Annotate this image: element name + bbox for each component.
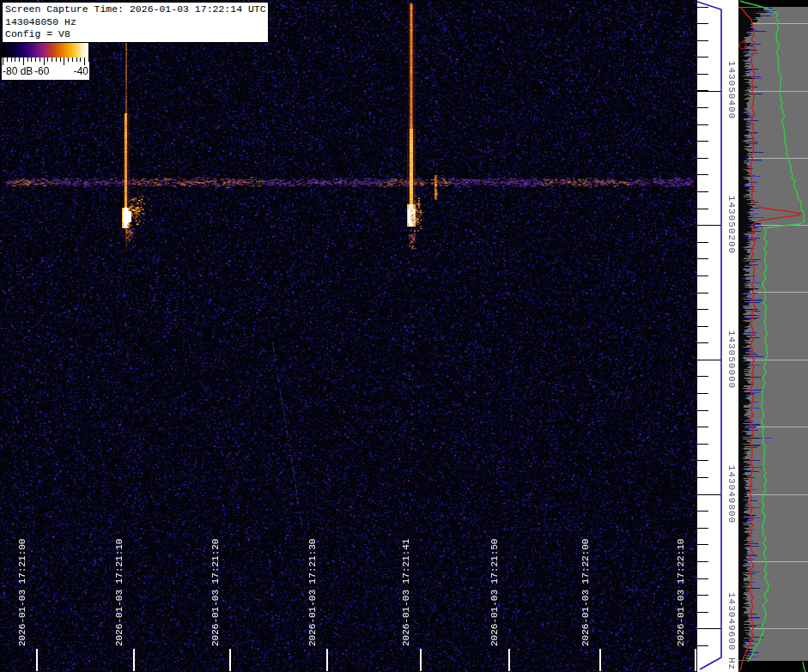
colorbar-label-mid: -60 [34,65,49,77]
center-frequency-text: 143048050 Hz [5,16,265,29]
colorbar-label-max: -40 [74,65,88,77]
spectrum-graph-panel [738,0,808,672]
colorbar-tick-marks [2,58,89,65]
capture-info-box: Screen Capture Time: 2026-01-03 17:22:14… [2,2,269,43]
colorbar-gradient [2,43,89,58]
config-text: Config = V8 [5,28,265,41]
colorbar-ruler: -80 dB -60 -40 [2,58,89,80]
colorbar: -80 dB -60 -40 [2,43,89,80]
colorbar-label-min: -80 dB [3,65,33,77]
waterfall-spectrogram [0,0,697,672]
frequency-axis [697,0,738,672]
capture-time-text: Screen Capture Time: 2026-01-03 17:22:14… [5,3,265,16]
spectrum-capture-screen: Screen Capture Time: 2026-01-03 17:22:14… [0,0,808,672]
